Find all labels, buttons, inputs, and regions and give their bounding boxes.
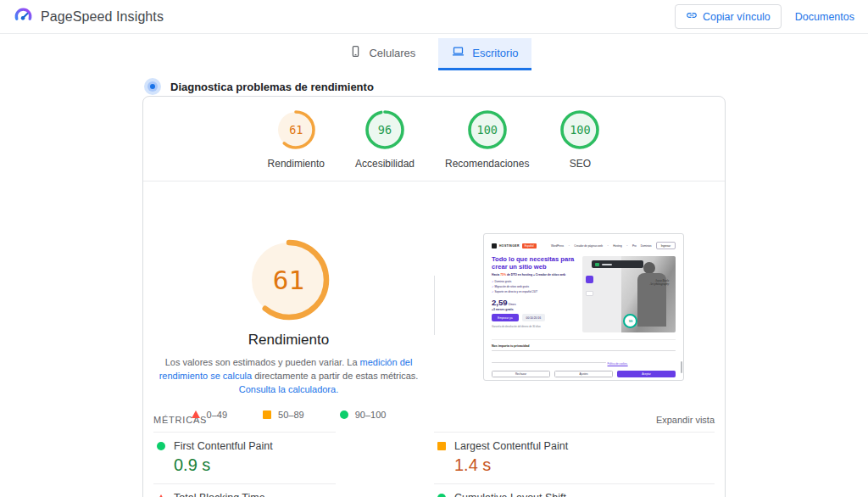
thumb-score-ring: 99 bbox=[623, 314, 637, 328]
thumb-text-line bbox=[492, 362, 606, 364]
thumb-nav-item: WordPress bbox=[551, 244, 564, 248]
thumb-panel bbox=[586, 291, 593, 296]
thumb-nav: WordPress⌄ Creador de páginas web⌄ Hosti… bbox=[551, 242, 676, 249]
thumb-hero-copy: Todo lo que necesitas para crear un siti… bbox=[492, 256, 576, 332]
tab-desktop[interactable]: Escritorio bbox=[438, 38, 531, 70]
square-icon bbox=[437, 442, 446, 450]
metric-name-row: Cumulative Layout Shift bbox=[437, 492, 715, 497]
header-actions: Copiar vínculo Documentos bbox=[675, 4, 854, 29]
performance-gauge: 61 bbox=[275, 109, 316, 150]
link-icon bbox=[686, 9, 698, 24]
thumb-scrollbar bbox=[681, 361, 682, 373]
thumb-countdown: 00:10:20:16 bbox=[522, 314, 545, 321]
metrics-section: MÉTRICAS Expandir vista First Contentful… bbox=[143, 406, 725, 497]
legend-poor-range: 0–49 bbox=[207, 410, 227, 420]
thumb-brand: HOSTINGER Español bbox=[492, 243, 537, 248]
triangle-icon bbox=[192, 410, 200, 418]
accessibility-gauge: 96 bbox=[364, 109, 405, 150]
calculator-link[interactable]: Consulta la calculadora. bbox=[239, 384, 338, 394]
laptop-icon bbox=[451, 45, 465, 60]
metric-label: First Contentful Paint bbox=[174, 440, 273, 452]
metrics-grid: First Contentful Paint 0.9 s Largest Con… bbox=[153, 432, 715, 497]
triangle-icon bbox=[157, 494, 165, 497]
section-title: Diagnostica problemas de rendimiento bbox=[170, 81, 374, 93]
thumb-heading: Todo lo que necesitas para crear un siti… bbox=[492, 256, 576, 271]
thumb-cookie-title: Nos importa tu privacidad bbox=[492, 344, 676, 348]
thumb-cookie-policy-link: Política de cookies. bbox=[608, 362, 628, 366]
chevron-down-icon: ⌄ bbox=[607, 244, 609, 247]
main-performance-gauge: 61 bbox=[248, 239, 330, 321]
metric-label: Largest Contentful Paint bbox=[454, 440, 568, 452]
app-header: PageSpeed Insights Copiar vínculo Docume… bbox=[0, 0, 868, 34]
metric-fcp: First Contentful Paint 0.9 s bbox=[153, 432, 336, 483]
metric-value: 1.4 s bbox=[454, 455, 715, 475]
thumb-nav-item: Creador de páginas web bbox=[574, 244, 603, 248]
thumb-text-line bbox=[492, 350, 676, 352]
metric-value: 0.9 s bbox=[174, 455, 336, 475]
thumb-price-note: +3 meses gratis bbox=[492, 308, 576, 311]
main-performance-score: 61 bbox=[248, 239, 330, 321]
circle-icon bbox=[157, 442, 165, 450]
pagespeed-logo-icon bbox=[14, 5, 33, 28]
metric-name-row: Total Blocking Time bbox=[157, 492, 336, 497]
desc-text: Los valores son estimados y pueden varia… bbox=[165, 357, 360, 367]
thumb-photo-caption: Joyce BealeArt photography bbox=[650, 279, 670, 287]
performance-score: 61 bbox=[275, 109, 316, 150]
best-practices-label: Recomendaciones bbox=[445, 158, 529, 170]
circle-icon bbox=[437, 494, 446, 497]
accessibility-score: 96 bbox=[364, 109, 405, 150]
chevron-down-icon: ⌄ bbox=[568, 244, 570, 247]
brand: PageSpeed Insights bbox=[14, 5, 164, 28]
smartphone-icon bbox=[349, 45, 362, 60]
report-card: 61 Rendimiento 96 Accesibilidad bbox=[142, 96, 726, 497]
overview-title: Rendimiento bbox=[248, 332, 329, 349]
tab-desktop-label: Escritorio bbox=[472, 47, 518, 59]
app-title: PageSpeed Insights bbox=[41, 9, 164, 25]
thumb-cookie-text: Política de cookies. bbox=[492, 350, 676, 368]
seo-score: 100 bbox=[559, 109, 600, 150]
copy-link-button[interactable]: Copiar vínculo bbox=[675, 4, 782, 29]
seo-gauge: 100 bbox=[559, 109, 600, 150]
circle-icon bbox=[340, 410, 348, 419]
tab-mobile-label: Celulares bbox=[369, 47, 415, 59]
best-practices-score: 100 bbox=[467, 109, 508, 150]
metric-lcp: Largest Contentful Paint 1.4 s bbox=[434, 432, 715, 483]
metric-tbt: Total Blocking Time 2,600 ms bbox=[153, 483, 336, 497]
score-seo[interactable]: 100 SEO bbox=[559, 109, 600, 170]
thumb-nav-item: Pro bbox=[632, 244, 637, 248]
thumb-nav-item: Hosting bbox=[613, 244, 622, 248]
thumb-nav-item: Dominios bbox=[641, 244, 652, 248]
best-practices-gauge: 100 bbox=[467, 109, 508, 150]
thumb-price: 2,59 €/mes bbox=[492, 298, 576, 307]
expand-view-link[interactable]: Expandir vista bbox=[656, 415, 715, 425]
thumb-app-icon bbox=[586, 276, 593, 283]
thumb-bullets: Dominio gratis Migración de sitios web g… bbox=[492, 280, 576, 295]
thumb-hero: Todo lo que necesitas para crear un siti… bbox=[492, 256, 676, 332]
divider bbox=[434, 276, 435, 335]
score-best-practices[interactable]: 100 Recomendaciones bbox=[445, 109, 529, 170]
thumb-cta-row: Empezar ya 00:10:20:16 bbox=[492, 314, 576, 321]
tab-mobile[interactable]: Celulares bbox=[337, 38, 428, 70]
thumb-guarantee: Garantía de devolución del dinero de 30 … bbox=[492, 325, 576, 328]
performance-overview: 61 Rendimiento Los valores son estimados… bbox=[143, 181, 725, 406]
accessibility-label: Accesibilidad bbox=[355, 158, 415, 170]
thumb-settings-button: Ajustes bbox=[554, 371, 613, 378]
desc-text: directamente a partir de estas métricas. bbox=[252, 371, 418, 381]
device-tabbar: Celulares Escritorio bbox=[0, 38, 868, 70]
score-accessibility[interactable]: 96 Accesibilidad bbox=[355, 109, 415, 170]
legend-good: 90–100 bbox=[340, 410, 387, 420]
metric-cls: Cumulative Layout Shift 0.005 bbox=[434, 483, 715, 497]
thumb-cookie-banner: Nos importa tu privacidad Política de co… bbox=[492, 339, 676, 377]
score-performance[interactable]: 61 Rendimiento bbox=[268, 109, 325, 170]
copy-link-label: Copiar vínculo bbox=[703, 11, 771, 23]
legend-average-range: 50–89 bbox=[278, 410, 304, 420]
thumb-chip bbox=[602, 264, 612, 265]
section-heading: Diagnostica problemas de rendimiento bbox=[144, 78, 868, 95]
score-legend: 0–49 50–89 90–100 bbox=[192, 410, 387, 420]
legend-average: 50–89 bbox=[263, 410, 304, 420]
thumb-cookie-buttons: Rechazar Ajustes Aceptar bbox=[492, 371, 676, 378]
thumb-accept-button: Aceptar bbox=[617, 371, 676, 378]
diagnose-icon bbox=[144, 78, 161, 95]
metric-label: Cumulative Layout Shift bbox=[454, 492, 566, 497]
documents-link[interactable]: Documentos bbox=[795, 11, 854, 23]
